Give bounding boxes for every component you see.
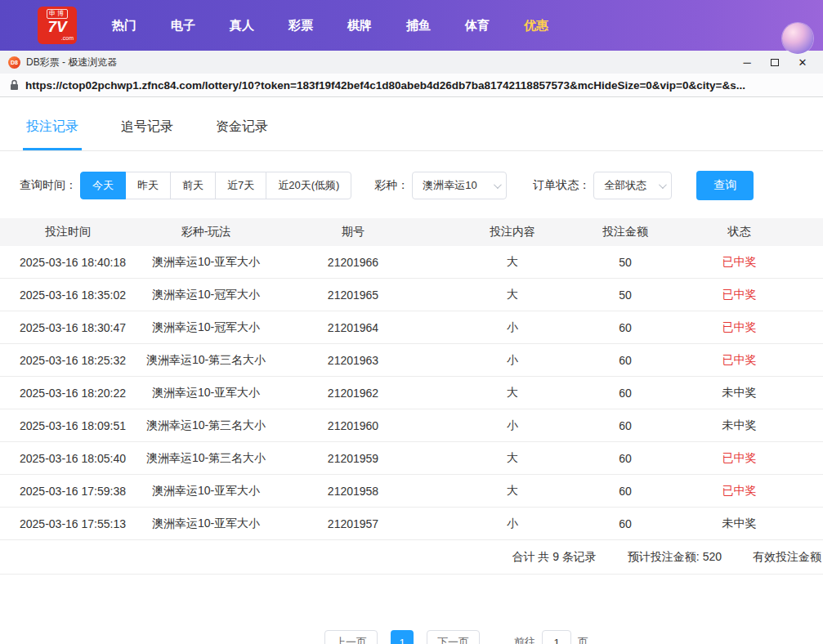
cell-issue: 21201959	[276, 452, 430, 465]
summary-total: 合计 共 9 条记录	[512, 550, 596, 565]
cell-content: 小	[430, 418, 595, 433]
nav-item-sports[interactable]: 体育	[448, 18, 507, 34]
table-row[interactable]: 2025-03-16 17:59:38 澳洲幸运10-亚军大小 21201958…	[0, 475, 823, 508]
lottery-select-value: 澳洲幸运10	[423, 178, 476, 193]
goto-suffix: 页	[578, 635, 588, 644]
time-filter-group: 今天 昨天 前天 近7天 近20天(低频)	[80, 172, 351, 199]
goto-label: 前往	[514, 635, 535, 644]
cell-amount: 60	[595, 485, 655, 498]
site-favicon-icon: D8	[8, 56, 20, 69]
cell-content: 大	[430, 386, 595, 400]
query-button[interactable]: 查询	[696, 171, 754, 200]
cell-bet-time: 2025-03-16 18:40:18	[0, 256, 136, 269]
cell-content: 大	[430, 255, 595, 270]
cell-game-play: 澳洲幸运10-亚军大小	[136, 517, 276, 531]
nav-item-chess[interactable]: 棋牌	[330, 18, 389, 34]
cell-amount: 60	[595, 517, 655, 530]
table-row[interactable]: 2025-03-16 18:35:02 澳洲幸运10-冠军大小 21201965…	[0, 279, 823, 311]
time-filter-today[interactable]: 今天	[80, 172, 126, 199]
cell-issue: 21201964	[276, 321, 430, 334]
time-filter-label: 查询时间：	[20, 178, 77, 193]
time-filter-7days[interactable]: 近7天	[215, 172, 266, 199]
cell-issue: 21201963	[276, 354, 430, 367]
time-filter-daybefore[interactable]: 前天	[170, 172, 216, 199]
cell-bet-time: 2025-03-16 17:55:13	[0, 517, 136, 530]
cell-bet-time: 2025-03-16 18:25:32	[0, 354, 136, 367]
site-nav: 申博 7V .com 热门 电子 真人 彩票 棋牌 捕鱼 体育 优惠	[0, 0, 823, 51]
cell-issue: 21201957	[276, 517, 430, 530]
close-button[interactable]: ✕	[789, 52, 816, 72]
cell-bet-time: 2025-03-16 18:20:22	[0, 387, 136, 400]
header-status: 状态	[655, 225, 823, 239]
time-filter-20days[interactable]: 近20天(低频)	[266, 172, 351, 199]
table-row[interactable]: 2025-03-16 18:09:51 澳洲幸运10-第三名大小 2120196…	[0, 409, 823, 442]
status-select[interactable]: 全部状态	[593, 172, 672, 199]
url-text[interactable]: https://ctop02pchwp1.zfnc84.com/lottery/…	[25, 79, 745, 92]
header-game-play: 彩种-玩法	[136, 225, 276, 239]
chevron-down-icon	[659, 181, 667, 189]
cell-bet-time: 2025-03-16 17:59:38	[0, 485, 136, 498]
logo-suffix-text: .com	[61, 35, 74, 42]
nav-menu: 热门 电子 真人 彩票 棋牌 捕鱼 体育 优惠	[95, 18, 566, 34]
header-issue: 期号	[276, 225, 430, 239]
cell-content: 大	[430, 484, 595, 499]
user-avatar[interactable]	[782, 23, 813, 54]
cell-status: 未中奖	[655, 517, 823, 531]
header-content: 投注内容	[430, 225, 595, 239]
pagination: 上一页 1 下一页 前往 页	[45, 630, 823, 644]
nav-item-promo[interactable]: 优惠	[507, 18, 566, 34]
browser-titlebar: D8 DB彩票 - 极速浏览器 ─ ✕	[0, 51, 823, 74]
cell-issue: 21201965	[276, 288, 430, 302]
maximize-button[interactable]	[761, 52, 789, 72]
table-row[interactable]: 2025-03-16 17:55:13 澳洲幸运10-亚军大小 21201957…	[0, 508, 823, 540]
browser-addressbar: https://ctop02pchwp1.zfnc84.com/lottery/…	[0, 74, 823, 97]
cell-game-play: 澳洲幸运10-第三名大小	[136, 418, 276, 433]
cell-status: 未中奖	[655, 386, 823, 400]
tab-chase-records[interactable]: 追号记录	[118, 119, 177, 150]
cell-bet-time: 2025-03-16 18:05:40	[0, 452, 136, 465]
nav-item-electronic[interactable]: 电子	[154, 18, 212, 34]
table-row[interactable]: 2025-03-16 18:20:22 澳洲幸运10-亚军大小 21201962…	[0, 377, 823, 409]
maximize-icon	[771, 59, 779, 66]
table-header: 投注时间 彩种-玩法 期号 投注内容 投注金额 状态	[0, 218, 823, 246]
cell-game-play: 澳洲幸运10-亚军大小	[136, 484, 276, 499]
cell-content: 大	[430, 451, 595, 466]
nav-item-live[interactable]: 真人	[212, 18, 271, 34]
nav-item-fishing[interactable]: 捕鱼	[389, 18, 448, 34]
summary-expected: 预计投注金额: 520	[628, 550, 722, 565]
page-number-current[interactable]: 1	[391, 630, 414, 644]
bet-records-table: 投注时间 彩种-玩法 期号 投注内容 投注金额 状态 2025-03-16 18…	[0, 218, 823, 575]
minimize-button[interactable]: ─	[733, 52, 761, 72]
time-filter-yesterday[interactable]: 昨天	[125, 172, 171, 199]
cell-status: 已中奖	[655, 484, 823, 499]
tab-bet-records[interactable]: 投注记录	[23, 119, 82, 150]
cell-game-play: 澳洲幸运10-冠军大小	[136, 320, 276, 335]
table-row[interactable]: 2025-03-16 18:30:47 澳洲幸运10-冠军大小 21201964…	[0, 311, 823, 344]
lottery-select[interactable]: 澳洲幸运10	[412, 172, 507, 199]
cell-issue: 21201962	[276, 387, 430, 400]
goto-page-input[interactable]	[542, 630, 571, 644]
site-logo[interactable]: 申博 7V .com	[38, 7, 77, 44]
status-select-value: 全部状态	[604, 178, 646, 193]
table-row[interactable]: 2025-03-16 18:40:18 澳洲幸运10-亚军大小 21201966…	[0, 246, 823, 279]
cell-issue: 21201958	[276, 485, 430, 498]
cell-bet-time: 2025-03-16 18:35:02	[0, 288, 136, 302]
cell-status: 未中奖	[655, 418, 823, 433]
table-row[interactable]: 2025-03-16 18:05:40 澳洲幸运10-第三名大小 2120195…	[0, 442, 823, 475]
cell-game-play: 澳洲幸运10-冠军大小	[136, 288, 276, 302]
cell-amount: 60	[595, 387, 655, 400]
cell-content: 小	[430, 320, 595, 335]
table-row[interactable]: 2025-03-16 18:25:32 澳洲幸运10-第三名大小 2120196…	[0, 344, 823, 377]
nav-item-lottery[interactable]: 彩票	[271, 18, 330, 34]
cell-game-play: 澳洲幸运10-亚军大小	[136, 386, 276, 400]
prev-page-button[interactable]: 上一页	[324, 630, 378, 644]
cell-game-play: 澳洲幸运10-亚军大小	[136, 255, 276, 270]
cell-amount: 60	[595, 321, 655, 334]
cell-amount: 60	[595, 452, 655, 465]
tab-fund-records[interactable]: 资金记录	[212, 119, 271, 150]
cell-game-play: 澳洲幸运10-第三名大小	[136, 353, 276, 368]
next-page-button[interactable]: 下一页	[427, 630, 480, 644]
browser-window-title: DB彩票 - 极速浏览器	[26, 56, 117, 69]
header-amount: 投注金额	[595, 225, 655, 239]
nav-item-hot[interactable]: 热门	[95, 18, 154, 34]
